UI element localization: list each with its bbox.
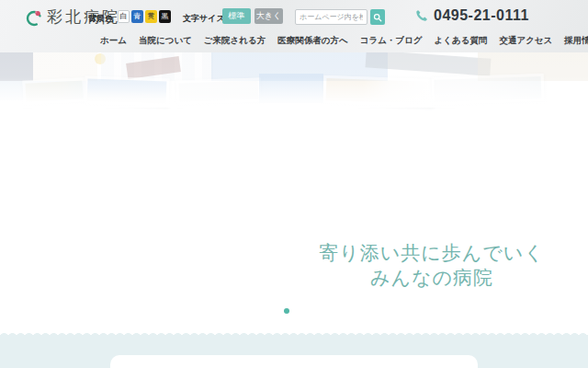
nav-item-faq[interactable]: よくある質問	[434, 33, 489, 49]
nav-item-column-blog[interactable]: コラム・ブログ	[359, 33, 424, 49]
bg-color-black-button[interactable]: 黒	[159, 10, 171, 23]
text-size-buttons: 標準 大きく	[222, 8, 283, 24]
site-search	[295, 9, 385, 25]
bg-color-blue-button[interactable]: 青	[131, 10, 143, 23]
nav-item-home[interactable]: ホーム	[99, 33, 128, 49]
tagline-line1: 寄り添い共に歩んでいく	[308, 240, 556, 265]
search-button[interactable]	[370, 9, 385, 25]
bg-color-label: 背景色	[88, 13, 113, 25]
tagline-line2: みんなの病院	[308, 265, 556, 290]
bg-color-yellow-button[interactable]: 黄	[145, 10, 157, 23]
text-size-label: 文字サイズ	[183, 13, 225, 25]
hero-fade-overlay	[0, 52, 588, 108]
phone-icon	[415, 9, 428, 22]
nav-item-medical-professionals[interactable]: 医療関係者の方へ	[277, 33, 348, 49]
nav-item-access[interactable]: 交通アクセス	[498, 33, 553, 49]
text-size-large-button[interactable]: 大きく	[254, 8, 283, 24]
hero-tagline: 寄り添い共に歩んでいく みんなの病院	[308, 240, 556, 290]
phone-number: 0495-21-0111	[434, 7, 529, 24]
nav-item-visitors[interactable]: ご来院される方	[203, 33, 266, 49]
bg-color-white-button[interactable]: 白	[118, 10, 130, 23]
search-input[interactable]	[295, 9, 368, 25]
phone-link[interactable]: 0495-21-0111	[415, 7, 529, 24]
search-icon	[373, 13, 382, 22]
text-size-standard-button[interactable]: 標準	[222, 8, 251, 24]
bottom-content-card	[110, 355, 478, 368]
page: 彩北病院 背景色 白 青 黄 黒 文字サイズ 標準 大きく	[0, 0, 588, 368]
bg-color-buttons: 白 青 黄 黒	[118, 10, 171, 23]
logo-mark-icon	[25, 8, 43, 27]
carousel-dot[interactable]	[284, 308, 289, 314]
nav-item-about[interactable]: 当院について	[138, 33, 193, 49]
nav-item-recruit[interactable]: 採用情報	[563, 33, 588, 49]
main-nav: ホーム 当院について ご来院される方 医療関係者の方へ コラム・ブログ よくある…	[99, 33, 588, 49]
header: 彩北病院 背景色 白 青 黄 黒 文字サイズ 標準 大きく	[0, 0, 588, 52]
